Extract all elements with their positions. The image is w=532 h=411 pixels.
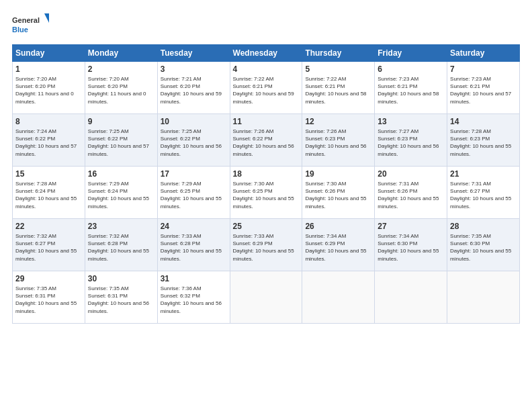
day-info: Sunrise: 7:20 AMSunset: 6:20 PMDaylight:… — [88, 76, 146, 105]
calendar-cell: 28Sunrise: 7:35 AMSunset: 6:30 PMDayligh… — [447, 219, 520, 271]
day-number: 28 — [450, 222, 517, 231]
calendar-cell: 13Sunrise: 7:27 AMSunset: 6:23 PMDayligh… — [375, 114, 447, 167]
day-number: 1 — [15, 64, 82, 74]
day-number: 23 — [88, 222, 154, 231]
svg-text:General: General — [12, 16, 40, 24]
day-number: 12 — [305, 117, 371, 126]
day-info: Sunrise: 7:35 AMSunset: 6:30 PMDaylight:… — [450, 233, 511, 262]
calendar-cell: 2Sunrise: 7:20 AMSunset: 6:20 PMDaylight… — [85, 62, 157, 114]
day-info: Sunrise: 7:30 AMSunset: 6:26 PMDaylight:… — [305, 181, 366, 210]
day-info: Sunrise: 7:23 AMSunset: 6:21 PMDaylight:… — [450, 76, 511, 105]
calendar-cell: 5Sunrise: 7:22 AMSunset: 6:21 PMDaylight… — [302, 62, 375, 114]
calendar-cell: 15Sunrise: 7:28 AMSunset: 6:24 PMDayligh… — [13, 167, 85, 219]
day-number: 27 — [378, 222, 444, 231]
day-info: Sunrise: 7:20 AMSunset: 6:20 PMDaylight:… — [15, 76, 74, 105]
calendar-cell: 30Sunrise: 7:35 AMSunset: 6:31 PMDayligh… — [85, 271, 157, 324]
day-info: Sunrise: 7:35 AMSunset: 6:31 PMDaylight:… — [15, 285, 77, 314]
calendar-cell: 24Sunrise: 7:33 AMSunset: 6:28 PMDayligh… — [157, 219, 230, 271]
day-number: 7 — [450, 64, 517, 74]
calendar-cell: 18Sunrise: 7:30 AMSunset: 6:25 PMDayligh… — [230, 167, 302, 219]
calendar-cell: 10Sunrise: 7:25 AMSunset: 6:22 PMDayligh… — [157, 114, 230, 167]
day-number: 3 — [161, 64, 227, 74]
day-number: 22 — [15, 222, 82, 231]
day-number: 25 — [233, 222, 300, 231]
header-saturday: Saturday — [447, 45, 520, 62]
calendar-cell: 8Sunrise: 7:24 AMSunset: 6:22 PMDaylight… — [13, 114, 85, 167]
day-number: 30 — [88, 274, 154, 283]
day-info: Sunrise: 7:31 AMSunset: 6:27 PMDaylight:… — [450, 181, 511, 210]
calendar-cell: 29Sunrise: 7:35 AMSunset: 6:31 PMDayligh… — [13, 271, 85, 324]
day-number: 9 — [88, 117, 154, 126]
week-row-5: 29Sunrise: 7:35 AMSunset: 6:31 PMDayligh… — [13, 271, 520, 324]
day-info: Sunrise: 7:34 AMSunset: 6:29 PMDaylight:… — [305, 233, 366, 262]
logo: General Blue — [12, 12, 49, 39]
day-info: Sunrise: 7:25 AMSunset: 6:22 PMDaylight:… — [161, 128, 222, 157]
day-info: Sunrise: 7:25 AMSunset: 6:22 PMDaylight:… — [88, 128, 149, 157]
calendar-cell: 7Sunrise: 7:23 AMSunset: 6:21 PMDaylight… — [447, 62, 520, 114]
calendar-cell: 25Sunrise: 7:33 AMSunset: 6:29 PMDayligh… — [230, 219, 302, 271]
day-info: Sunrise: 7:32 AMSunset: 6:27 PMDaylight:… — [15, 233, 77, 262]
day-info: Sunrise: 7:28 AMSunset: 6:23 PMDaylight:… — [450, 128, 511, 157]
calendar-cell: 3Sunrise: 7:21 AMSunset: 6:20 PMDaylight… — [157, 62, 230, 114]
calendar-cell: 4Sunrise: 7:22 AMSunset: 6:21 PMDaylight… — [230, 62, 302, 114]
calendar-cell — [302, 271, 375, 324]
day-info: Sunrise: 7:29 AMSunset: 6:24 PMDaylight:… — [88, 181, 149, 210]
day-number: 10 — [161, 117, 227, 126]
day-info: Sunrise: 7:36 AMSunset: 6:32 PMDaylight:… — [161, 285, 222, 314]
header-monday: Monday — [85, 45, 157, 62]
calendar-cell: 23Sunrise: 7:32 AMSunset: 6:28 PMDayligh… — [85, 219, 157, 271]
day-number: 26 — [305, 222, 371, 231]
calendar-cell: 27Sunrise: 7:34 AMSunset: 6:30 PMDayligh… — [375, 219, 447, 271]
day-number: 13 — [378, 117, 444, 126]
day-info: Sunrise: 7:22 AMSunset: 6:21 PMDaylight:… — [305, 76, 366, 105]
header-friday: Friday — [375, 45, 447, 62]
calendar-cell: 14Sunrise: 7:28 AMSunset: 6:23 PMDayligh… — [447, 114, 520, 167]
day-number: 2 — [88, 64, 154, 74]
calendar-cell: 26Sunrise: 7:34 AMSunset: 6:29 PMDayligh… — [302, 219, 375, 271]
calendar-cell: 9Sunrise: 7:25 AMSunset: 6:22 PMDaylight… — [85, 114, 157, 167]
calendar-cell — [375, 271, 447, 324]
day-number: 24 — [161, 222, 227, 231]
day-number: 15 — [15, 169, 82, 179]
svg-marker-2 — [44, 13, 49, 24]
calendar-cell: 19Sunrise: 7:30 AMSunset: 6:26 PMDayligh… — [302, 167, 375, 219]
calendar-cell: 12Sunrise: 7:26 AMSunset: 6:23 PMDayligh… — [302, 114, 375, 167]
day-info: Sunrise: 7:35 AMSunset: 6:31 PMDaylight:… — [88, 285, 149, 314]
day-info: Sunrise: 7:23 AMSunset: 6:21 PMDaylight:… — [378, 76, 439, 105]
calendar-page: General Blue SundayMondayTuesdayWednesda… — [0, 0, 532, 411]
day-number: 21 — [450, 169, 517, 179]
day-info: Sunrise: 7:33 AMSunset: 6:29 PMDaylight:… — [233, 233, 294, 262]
week-row-2: 8Sunrise: 7:24 AMSunset: 6:22 PMDaylight… — [13, 114, 520, 167]
svg-text:Blue: Blue — [12, 26, 28, 34]
day-number: 5 — [305, 64, 371, 74]
day-number: 14 — [450, 117, 517, 126]
day-number: 31 — [161, 274, 227, 283]
calendar-cell — [230, 271, 302, 324]
day-number: 8 — [15, 117, 82, 126]
day-number: 17 — [161, 169, 227, 179]
logo-svg: General Blue — [12, 12, 49, 39]
header: General Blue — [12, 12, 520, 39]
day-info: Sunrise: 7:22 AMSunset: 6:21 PMDaylight:… — [233, 76, 294, 105]
day-info: Sunrise: 7:28 AMSunset: 6:24 PMDaylight:… — [15, 181, 77, 210]
calendar-cell: 22Sunrise: 7:32 AMSunset: 6:27 PMDayligh… — [13, 219, 85, 271]
calendar-cell: 6Sunrise: 7:23 AMSunset: 6:21 PMDaylight… — [375, 62, 447, 114]
day-info: Sunrise: 7:30 AMSunset: 6:25 PMDaylight:… — [233, 181, 294, 210]
day-number: 11 — [233, 117, 300, 126]
header-thursday: Thursday — [302, 45, 375, 62]
day-number: 16 — [88, 169, 154, 179]
week-row-4: 22Sunrise: 7:32 AMSunset: 6:27 PMDayligh… — [13, 219, 520, 271]
calendar-cell: 17Sunrise: 7:29 AMSunset: 6:25 PMDayligh… — [157, 167, 230, 219]
calendar-cell: 20Sunrise: 7:31 AMSunset: 6:26 PMDayligh… — [375, 167, 447, 219]
day-info: Sunrise: 7:29 AMSunset: 6:25 PMDaylight:… — [161, 181, 222, 210]
day-info: Sunrise: 7:31 AMSunset: 6:26 PMDaylight:… — [378, 181, 439, 210]
day-info: Sunrise: 7:34 AMSunset: 6:30 PMDaylight:… — [378, 233, 439, 262]
header-wednesday: Wednesday — [230, 45, 302, 62]
day-number: 19 — [305, 169, 371, 179]
day-info: Sunrise: 7:33 AMSunset: 6:28 PMDaylight:… — [161, 233, 222, 262]
day-info: Sunrise: 7:26 AMSunset: 6:22 PMDaylight:… — [233, 128, 294, 157]
day-number: 20 — [378, 169, 444, 179]
day-number: 29 — [15, 274, 82, 283]
day-info: Sunrise: 7:24 AMSunset: 6:22 PMDaylight:… — [15, 128, 77, 157]
day-info: Sunrise: 7:21 AMSunset: 6:20 PMDaylight:… — [161, 76, 222, 105]
